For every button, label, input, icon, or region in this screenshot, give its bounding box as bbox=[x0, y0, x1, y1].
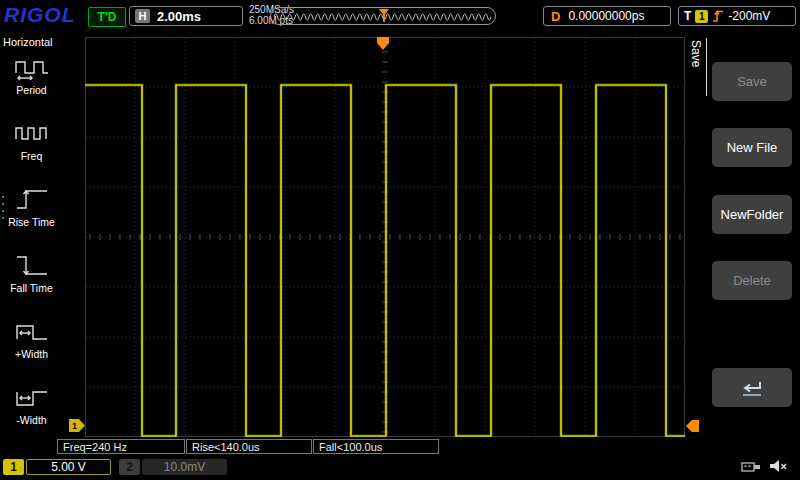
minus-width-icon bbox=[14, 384, 50, 412]
d-label: D bbox=[551, 9, 560, 24]
sidebar-item-period[interactable]: Period bbox=[0, 54, 63, 116]
sidebar-item-label: +Width bbox=[15, 348, 48, 360]
waveform-display bbox=[85, 37, 685, 437]
measurement-fall: Fall<100.0us bbox=[313, 439, 439, 454]
rising-edge-icon bbox=[712, 9, 724, 23]
sidebar-item-label: Rise Time bbox=[8, 216, 55, 228]
sidebar-item-label: Period bbox=[16, 84, 46, 96]
delete-button[interactable]: Delete bbox=[712, 261, 792, 300]
measurement-freq-text: Freq=240 Hz bbox=[63, 441, 127, 453]
return-button[interactable] bbox=[712, 368, 792, 407]
channel1-scale[interactable]: 5.00 V bbox=[26, 459, 111, 475]
measurement-fall-text: Fall<100.0us bbox=[319, 441, 382, 453]
sidebar-item-label: Fall Time bbox=[10, 282, 53, 294]
trigger-status-badge: T'D bbox=[88, 7, 126, 27]
left-menu-title: Horizontal bbox=[3, 36, 53, 48]
sidebar-item-freq[interactable]: Freq bbox=[0, 120, 63, 182]
plus-width-icon bbox=[14, 318, 50, 346]
oscilloscope-screen: RIGOL T'D H 2.00ms 250MSa/s 6.00M pts D … bbox=[0, 0, 800, 480]
trigger-box[interactable]: T 1 -200mV bbox=[678, 6, 796, 26]
measurement-rise: Rise<140.0us bbox=[186, 439, 312, 454]
period-icon bbox=[14, 54, 50, 82]
new-folder-button[interactable]: NewFolder bbox=[712, 195, 792, 234]
speaker-icon bbox=[768, 458, 792, 475]
channel2-badge[interactable]: 2 bbox=[119, 459, 140, 475]
h-label: H bbox=[135, 9, 150, 23]
sidebar-item-rise-time[interactable]: Rise Time bbox=[0, 186, 63, 248]
graticule bbox=[85, 37, 685, 437]
sidebar-scroll-indicator bbox=[2, 196, 4, 219]
channel2-scale[interactable]: 10.0mV bbox=[142, 459, 227, 475]
rise-time-icon bbox=[14, 186, 50, 214]
new-file-button[interactable]: New File bbox=[712, 128, 792, 167]
fall-time-icon bbox=[14, 252, 50, 280]
sidebar-item-label: -Width bbox=[16, 414, 46, 426]
sidebar-item-label: Freq bbox=[21, 150, 43, 162]
sidebar-item-plus-width[interactable]: +Width bbox=[0, 318, 63, 380]
sidebar-item-fall-time[interactable]: Fall Time bbox=[0, 252, 63, 314]
delay-value: 0.00000000ps bbox=[568, 9, 644, 23]
trigger-source-badge: 1 bbox=[695, 10, 708, 23]
trigger-level-marker[interactable] bbox=[686, 420, 699, 432]
channel1-badge[interactable]: 1 bbox=[3, 459, 24, 475]
t-label: T bbox=[684, 9, 691, 23]
rigol-logo: RIGOL bbox=[4, 3, 76, 27]
channel1-offset-marker[interactable]: 1 bbox=[69, 419, 85, 432]
return-arrow-icon bbox=[737, 378, 767, 398]
channel1-marker-label: 1 bbox=[72, 421, 77, 431]
save-button[interactable]: Save bbox=[712, 62, 792, 101]
timebase-value: 2.00ms bbox=[157, 9, 201, 24]
horizontal-timebase-box[interactable]: H 2.00ms bbox=[129, 6, 243, 26]
measurement-rise-text: Rise<140.0us bbox=[192, 441, 260, 453]
trigger-level-value: -200mV bbox=[728, 9, 770, 23]
waveform-position-bar[interactable] bbox=[270, 7, 496, 25]
sidebar-item-minus-width[interactable]: -Width bbox=[0, 384, 63, 446]
position-bar-wave-icon bbox=[271, 8, 495, 24]
measurement-freq: Freq=240 Hz bbox=[57, 439, 185, 454]
freq-icon bbox=[14, 120, 50, 148]
delay-box[interactable]: D 0.00000000ps bbox=[543, 6, 671, 26]
usb-icon bbox=[740, 459, 764, 475]
menu-tab-save: Save bbox=[689, 38, 707, 96]
